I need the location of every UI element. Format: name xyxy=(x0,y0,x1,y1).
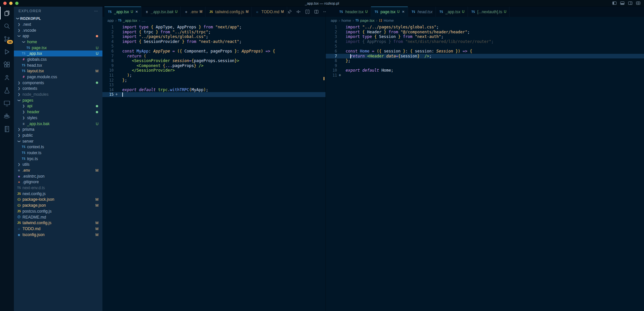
code-line[interactable]: 10 </SessionProvider> xyxy=(102,68,325,73)
breadcrumb-…[interactable]: … xyxy=(142,18,146,22)
explorer-more-actions-button[interactable]: ⋯ xyxy=(94,9,98,13)
tree-item-next-env.d.ts[interactable]: TSnext-env.d.ts xyxy=(14,185,102,191)
tree-item-api[interactable]: ❯api xyxy=(14,103,102,109)
code-line[interactable]: 1import "../../pages/styles/global.css"; xyxy=(326,25,644,30)
breadcrumb-page.tsx[interactable]: TSpage.tsx xyxy=(356,18,375,22)
activity-containers[interactable] xyxy=(0,110,14,122)
tree-item-prisma[interactable]: ❯prisma xyxy=(14,126,102,132)
tab-_app.tsx[interactable]: TS_app.tsxU xyxy=(436,7,468,17)
compare-button[interactable] xyxy=(305,9,310,14)
group-2-code[interactable]: 1import "../../pages/styles/global.css";… xyxy=(326,24,644,311)
tree-item-context.ts[interactable]: TScontext.ts xyxy=(14,144,102,150)
tree-item-server[interactable]: ❯server xyxy=(14,138,102,144)
code-line[interactable]: 7 return ( xyxy=(102,54,325,59)
code-line[interactable]: 9 xyxy=(326,63,644,68)
tab-_app.tsx.bak[interactable]: ≡_app.tsx.bakU xyxy=(141,7,181,17)
code-line[interactable]: 2import { trpc } from "../utils/trpc"; xyxy=(102,30,325,35)
code-line[interactable]: 3import "../pages/styles/global.css"; xyxy=(102,34,325,39)
close-window-button[interactable] xyxy=(3,2,7,5)
tab-tailwind.config.js[interactable]: JStailwind.config.jsM xyxy=(206,7,252,17)
tree-item-.gitignore[interactable]: ◆.gitignore xyxy=(14,179,102,185)
breadcrumb-app[interactable]: app xyxy=(107,18,114,22)
code-line[interactable]: 2import { Header } from "@/components/he… xyxy=(326,30,644,35)
tree-item-package.json[interactable]: {}package.jsonM xyxy=(14,202,102,208)
activity-explorer[interactable] xyxy=(0,7,14,19)
breadcrumb-_app.tsx[interactable]: TS_app.tsx xyxy=(118,18,137,22)
gutter-plus-button[interactable]: + xyxy=(339,73,343,78)
gutter-plus-button[interactable]: + xyxy=(115,92,119,97)
tree-item-.next[interactable]: ❯.next xyxy=(14,21,102,27)
code-line[interactable]: 4import { SessionProvider } from "next-a… xyxy=(102,39,325,44)
activity-remote-explorer[interactable] xyxy=(0,97,14,110)
activity-notebooks[interactable] xyxy=(0,122,14,135)
tree-item-_app.tsx[interactable]: TS_app.tsxU xyxy=(14,51,102,56)
code-line[interactable]: 8 <SessionProvider session={pageProps.se… xyxy=(102,58,325,63)
activity-run-and-debug[interactable] xyxy=(0,45,14,58)
tree-item-tailwind.config.js[interactable]: JStailwind.config.jsM xyxy=(14,220,102,226)
code-line[interactable]: 12}; xyxy=(102,78,325,83)
tab-page.tsx[interactable]: TSpage.tsxU✕ xyxy=(371,7,408,17)
tab-_app.tsx[interactable]: TS_app.tsxU✕ xyxy=(104,7,141,17)
tree-item-layout.tsx[interactable]: TSlayout.tsxM xyxy=(14,68,102,74)
split-editor-button[interactable] xyxy=(314,9,319,14)
tree-item-package-lock.json[interactable]: {}package-lock.jsonM xyxy=(14,197,102,203)
tree-item-utils[interactable]: ❯utils xyxy=(14,162,102,168)
code-line[interactable]: 9 <Component {...pageProps} /> xyxy=(102,63,325,68)
code-line[interactable]: 5 xyxy=(326,44,644,49)
tree-item-trpc.ts[interactable]: TStrpc.ts xyxy=(14,156,102,162)
code-line[interactable]: 1import type { AppType, AppProps } from … xyxy=(102,25,325,30)
code-line[interactable]: 10export default Home; xyxy=(326,68,644,73)
tree-item-page.tsx[interactable]: TSpage.tsxU xyxy=(14,45,102,51)
breadcrumb-app[interactable]: app xyxy=(331,18,337,22)
code-line[interactable]: 6const MyApp: AppType = ({ Component, pa… xyxy=(102,49,325,54)
tree-item-.eslintrc.json[interactable]: ◉.eslintrc.json xyxy=(14,173,102,179)
activity-search[interactable] xyxy=(0,19,14,32)
code-line[interactable]: 5 xyxy=(102,44,325,49)
workspace-section-header[interactable]: ❯ ROZKOP.PL xyxy=(14,15,102,21)
tree-item-public[interactable]: ❯public xyxy=(14,132,102,138)
code-line[interactable]: 6const Home = ({ session }: { session: S… xyxy=(326,49,644,54)
tree-item-header[interactable]: ❯header xyxy=(14,109,102,115)
breadcrumb-Home[interactable]: []Home xyxy=(379,18,394,22)
tree-item-postcss.config.js[interactable]: JSpostcss.config.js xyxy=(14,208,102,214)
tree-item-contexts[interactable]: ❯contexts xyxy=(14,86,102,92)
code-line[interactable]: 11+ xyxy=(326,73,644,78)
activity-testing[interactable] xyxy=(0,84,14,97)
tree-item-components[interactable]: ❯components xyxy=(14,80,102,86)
tab-header.tsx[interactable]: TSheader.tsxU xyxy=(336,7,371,17)
tree-item-router.ts[interactable]: TSrouter.ts xyxy=(14,150,102,156)
tree-item-head.tsx[interactable]: TShead.tsx xyxy=(14,62,102,68)
tree-item-home[interactable]: ❯home xyxy=(14,39,102,45)
tree-item-styles[interactable]: ❯styles xyxy=(14,115,102,121)
close-icon[interactable]: ✕ xyxy=(402,10,404,14)
tree-item-app[interactable]: ❯app xyxy=(14,33,102,39)
activity-extensions[interactable] xyxy=(0,58,14,71)
tree-item-pages[interactable]: ❯pages xyxy=(14,97,102,103)
tree-item-tsconfig.json[interactable]: ▦tsconfig.jsonM xyxy=(14,232,102,238)
tab-head.tsx[interactable]: TShead.tsx xyxy=(408,7,436,17)
code-line[interactable]: 7 return <Header data={session} />; xyxy=(326,54,644,59)
minimize-window-button[interactable] xyxy=(9,2,13,5)
code-line[interactable]: 8}; xyxy=(326,58,644,63)
tree-item-_app.tsx.bak[interactable]: ≡_app.tsx.bakU xyxy=(14,121,102,127)
tree-item-next.config.js[interactable]: JSnext.config.js xyxy=(14,191,102,197)
zoom-window-button[interactable] xyxy=(15,2,19,5)
pin-button[interactable] xyxy=(287,9,292,14)
code-line[interactable]: 14export default trpc.withTRPC(MyApp); xyxy=(102,87,325,92)
activity-source-control[interactable]: 16 xyxy=(0,32,14,45)
mute-button[interactable] xyxy=(296,9,301,14)
activity-live-share[interactable] xyxy=(0,71,14,84)
tree-item-.vscode[interactable]: ❯.vscode xyxy=(14,27,102,33)
code-line[interactable]: 15+ xyxy=(102,92,325,97)
group-1-code[interactable]: 1import type { AppType, AppProps } from … xyxy=(102,24,325,311)
tree-item-TODO.md[interactable]: ☑TODO.mdM xyxy=(14,226,102,232)
tree-item-node_modules[interactable]: ❯node_modules xyxy=(14,91,102,97)
close-icon[interactable]: ✕ xyxy=(135,10,138,14)
tab-.env[interactable]: ⚙.envM xyxy=(181,7,206,17)
tree-item-README.md[interactable]: ⓘREADME.md xyxy=(14,214,102,220)
code-line[interactable]: 11 ); xyxy=(102,73,325,78)
tree-item-.env[interactable]: ⚙.envM xyxy=(14,167,102,173)
breadcrumb-home[interactable]: home xyxy=(342,18,351,22)
tab-TODO.md[interactable]: ☑TODO.mdM xyxy=(252,7,287,17)
tree-item-globals.css[interactable]: #globals.css xyxy=(14,56,102,62)
